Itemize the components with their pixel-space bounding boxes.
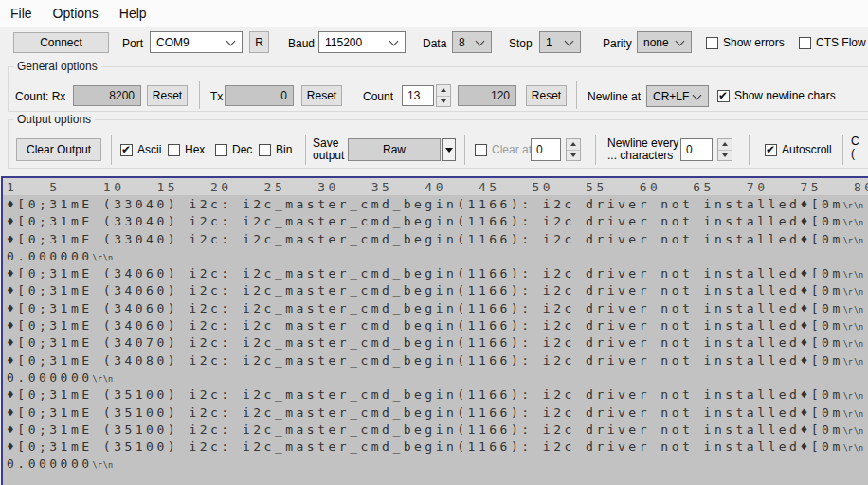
checkbox-box — [799, 37, 811, 49]
rx-reset-button[interactable]: Reset — [147, 85, 188, 106]
checkbox-box — [259, 144, 271, 156]
count-spinner[interactable] — [436, 84, 451, 107]
cts-flow-label: CTS Flow — [816, 36, 866, 49]
show-errors-checkbox[interactable]: Show errors — [706, 36, 785, 49]
newline-every-input[interactable]: 0 — [680, 138, 713, 161]
chevron-down-icon — [693, 90, 702, 99]
control-char-glyph: \n — [854, 197, 864, 214]
terminal-line: ♦[0;31mE (35100) i2c: i2c_master_cmd_beg… — [7, 422, 868, 439]
menu-bar: File Options Help — [0, 0, 868, 27]
count-reset-button[interactable]: Reset — [526, 85, 567, 106]
control-char-glyph: \r — [843, 335, 854, 352]
terminal-line: ♦[0;31mE (34060) i2c: i2c_master_cmd_beg… — [7, 265, 868, 282]
clear-at-checkbox[interactable]: Clear at — [475, 143, 532, 156]
spin-up-icon[interactable] — [437, 85, 450, 97]
chevron-down-icon — [389, 36, 399, 45]
hex-label: Hex — [185, 143, 205, 156]
checkbox-box — [717, 90, 730, 102]
ascii-checkbox[interactable]: Ascii — [120, 143, 161, 156]
cts-flow-checkbox[interactable]: CTS Flow — [799, 36, 866, 49]
clipped-control[interactable]: C ( — [851, 135, 859, 160]
terminal-line: ♦[0;31mE (34070) i2c: i2c_master_cmd_beg… — [7, 334, 868, 351]
clear-at-input[interactable]: 0 — [531, 138, 561, 161]
control-char-glyph: \r — [843, 318, 854, 335]
separator — [749, 135, 750, 165]
control-char-glyph: \n — [854, 405, 864, 422]
checkbox-box — [168, 144, 180, 156]
terminal-line: ♦[0;31mE (35100) i2c: i2c_master_cmd_beg… — [7, 439, 868, 456]
newline-at-select[interactable]: CR+LF — [646, 85, 709, 107]
save-output-label-line2: output — [313, 149, 344, 162]
terminal-line: ♦[0;31mE (34060) i2c: i2c_master_cmd_beg… — [7, 282, 868, 299]
control-char-glyph: \r — [843, 283, 854, 300]
show-newline-chars-checkbox[interactable]: Show newline chars — [717, 89, 836, 102]
clear-output-button[interactable]: Clear Output — [16, 138, 101, 161]
spin-down-icon[interactable] — [437, 97, 450, 107]
stop-bits-value: 1 — [546, 36, 552, 49]
terminal-line: ♦[0;31mE (34060) i2c: i2c_master_cmd_beg… — [7, 300, 868, 317]
general-options-title: General options — [13, 60, 101, 73]
clear-at-label: Clear at — [492, 143, 532, 156]
control-char-glyph: \n — [854, 440, 864, 457]
data-bits-select[interactable]: 8 — [452, 31, 492, 53]
checkbox-box — [765, 144, 777, 156]
spin-down-icon[interactable] — [718, 151, 732, 161]
control-char-glyph: \r — [843, 232, 854, 249]
control-char-glyph: \n — [854, 301, 864, 318]
spin-down-icon[interactable] — [567, 151, 580, 161]
rescan-ports-button[interactable]: R — [249, 31, 269, 53]
control-char-glyph: \r — [843, 197, 854, 214]
output-options-title: Output options — [13, 113, 95, 126]
control-char-glyph: \r — [843, 422, 854, 440]
menu-options[interactable]: Options — [43, 2, 109, 25]
control-char-glyph: \n — [854, 283, 864, 300]
tx-reset-button[interactable]: Reset — [301, 85, 342, 106]
dec-checkbox[interactable]: Dec — [215, 143, 252, 156]
control-char-glyph: \r — [843, 405, 854, 422]
tx-label: Tx — [210, 90, 223, 103]
rx-count-field: 8200 — [73, 85, 141, 106]
hex-checkbox[interactable]: Hex — [168, 143, 205, 156]
checkbox-box — [215, 144, 227, 156]
newline-at-value: CR+LF — [653, 90, 689, 103]
received-data-terminal[interactable]: 1 5 10 15 20 25 30 35 40 45 50 55 60 65 … — [1, 176, 868, 485]
newline-every-spinner[interactable] — [717, 138, 732, 161]
separator — [305, 135, 306, 165]
dropdown-arrow-icon — [445, 148, 453, 153]
control-char-glyph: \n — [854, 387, 864, 404]
ascii-label: Ascii — [137, 143, 161, 156]
separator — [595, 135, 596, 165]
spin-up-icon[interactable] — [567, 139, 580, 151]
save-output-dropdown-button[interactable] — [442, 138, 456, 161]
menu-file[interactable]: File — [0, 2, 43, 25]
port-select[interactable]: COM9 — [150, 31, 243, 53]
menu-help[interactable]: Help — [109, 2, 157, 25]
newline-at-label: Newline at — [588, 90, 641, 103]
chevron-down-icon — [476, 36, 485, 45]
control-char-glyph: \n — [854, 214, 864, 231]
terminal-line: ♦[0;31mE (33040) i2c: i2c_master_cmd_beg… — [7, 213, 868, 230]
bin-checkbox[interactable]: Bin — [259, 143, 292, 156]
connect-button[interactable]: Connect — [13, 32, 109, 53]
terminal-line: ♦[0;31mE (33040) i2c: i2c_master_cmd_beg… — [7, 196, 868, 213]
terminal-line: 0.000000\r\n — [7, 248, 868, 265]
bin-label: Bin — [276, 143, 292, 156]
baud-select[interactable]: 115200 — [318, 31, 406, 53]
count-input[interactable]: 13 — [402, 85, 434, 106]
checkbox-box — [475, 144, 487, 156]
terminal-line: ♦[0;31mE (34060) i2c: i2c_master_cmd_beg… — [7, 317, 868, 334]
checkbox-box — [120, 144, 133, 156]
chevron-down-icon — [565, 36, 574, 45]
spin-up-icon[interactable] — [718, 139, 732, 151]
clear-at-spinner[interactable] — [566, 138, 581, 161]
save-output-select[interactable]: Raw — [348, 138, 441, 161]
newline-every-label-line2: ... characters — [607, 149, 673, 162]
parity-select[interactable]: none — [637, 31, 692, 53]
control-char-glyph: \n — [103, 457, 114, 474]
stop-bits-select[interactable]: 1 — [539, 31, 581, 53]
separator — [111, 135, 112, 165]
autoscroll-checkbox[interactable]: Autoscroll — [765, 143, 832, 156]
terminal-line: ♦[0;31mE (35100) i2c: i2c_master_cmd_beg… — [7, 386, 868, 404]
clipped-control-line2: ( — [851, 147, 855, 160]
control-char-glyph: \n — [854, 422, 864, 440]
